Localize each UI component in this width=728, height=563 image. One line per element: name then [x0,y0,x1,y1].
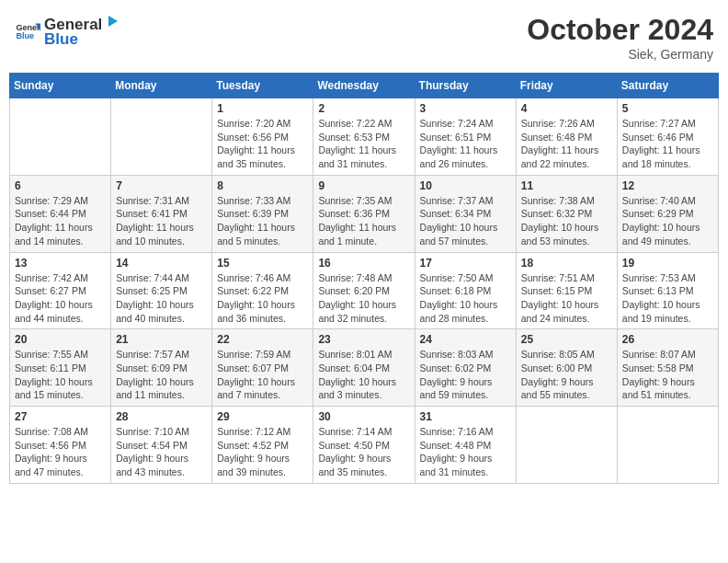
calendar-cell: 23Sunrise: 8:01 AM Sunset: 6:04 PM Dayli… [313,329,415,407]
day-info: Sunrise: 7:29 AM Sunset: 6:44 PM Dayligh… [15,194,106,248]
calendar-cell: 10Sunrise: 7:37 AM Sunset: 6:34 PM Dayli… [415,175,516,252]
weekday-header-row: SundayMondayTuesdayWednesdayThursdayFrid… [10,74,719,98]
calendar-cell: 26Sunrise: 8:07 AM Sunset: 5:58 PM Dayli… [617,329,718,407]
day-info: Sunrise: 7:42 AM Sunset: 6:27 PM Dayligh… [15,271,106,326]
day-number: 28 [116,410,207,423]
calendar-cell: 21Sunrise: 7:57 AM Sunset: 6:09 PM Dayli… [111,329,212,407]
logo: General Blue General Blue [15,13,120,49]
day-info: Sunrise: 7:59 AM Sunset: 6:07 PM Dayligh… [217,348,308,402]
day-info: Sunrise: 7:57 AM Sunset: 6:09 PM Dayligh… [116,348,207,402]
calendar-cell: 3Sunrise: 7:24 AM Sunset: 6:51 PM Daylig… [415,98,516,176]
weekday-header: Tuesday [212,74,313,98]
day-info: Sunrise: 7:53 AM Sunset: 6:13 PM Dayligh… [622,271,713,326]
calendar-week-row: 13Sunrise: 7:42 AM Sunset: 6:27 PM Dayli… [10,252,719,329]
day-info: Sunrise: 8:03 AM Sunset: 6:02 PM Dayligh… [420,348,511,402]
logo-arrow-icon [103,13,119,29]
day-number: 21 [116,333,207,346]
day-info: Sunrise: 7:40 AM Sunset: 6:29 PM Dayligh… [622,194,713,248]
day-number: 6 [15,179,106,192]
day-number: 22 [217,333,308,346]
day-number: 9 [318,179,409,192]
weekday-header: Sunday [10,74,111,98]
day-info: Sunrise: 8:05 AM Sunset: 6:00 PM Dayligh… [521,348,612,402]
weekday-header: Saturday [617,74,718,98]
day-number: 14 [116,257,207,270]
day-number: 8 [217,179,308,192]
calendar-cell: 28Sunrise: 7:10 AM Sunset: 4:54 PM Dayli… [111,407,212,484]
calendar-cell: 11Sunrise: 7:38 AM Sunset: 6:32 PM Dayli… [516,175,617,252]
day-info: Sunrise: 7:48 AM Sunset: 6:20 PM Dayligh… [318,271,409,326]
day-info: Sunrise: 7:33 AM Sunset: 6:39 PM Dayligh… [217,194,308,248]
svg-marker-3 [108,16,118,27]
calendar-cell: 20Sunrise: 7:55 AM Sunset: 6:11 PM Dayli… [10,329,111,407]
weekday-header: Friday [516,74,617,98]
day-info: Sunrise: 7:37 AM Sunset: 6:34 PM Dayligh… [420,194,511,248]
calendar-cell: 7Sunrise: 7:31 AM Sunset: 6:41 PM Daylig… [111,175,212,252]
calendar-cell: 2Sunrise: 7:22 AM Sunset: 6:53 PM Daylig… [313,98,415,176]
day-info: Sunrise: 7:20 AM Sunset: 6:56 PM Dayligh… [217,117,308,171]
calendar-cell: 22Sunrise: 7:59 AM Sunset: 6:07 PM Dayli… [212,329,313,407]
month-title: October 2024 [527,13,713,47]
day-info: Sunrise: 7:31 AM Sunset: 6:41 PM Dayligh… [116,194,207,248]
calendar-week-row: 6Sunrise: 7:29 AM Sunset: 6:44 PM Daylig… [10,175,719,252]
calendar-cell: 17Sunrise: 7:50 AM Sunset: 6:18 PM Dayli… [415,252,516,329]
day-info: Sunrise: 7:12 AM Sunset: 4:52 PM Dayligh… [217,425,308,479]
day-number: 2 [318,102,409,115]
calendar-cell: 24Sunrise: 8:03 AM Sunset: 6:02 PM Dayli… [415,329,516,407]
day-number: 29 [217,410,308,423]
day-number: 7 [116,179,207,192]
day-number: 26 [622,333,713,346]
logo-icon: General Blue [15,18,40,44]
calendar-cell: 16Sunrise: 7:48 AM Sunset: 6:20 PM Dayli… [313,252,415,329]
calendar-cell: 12Sunrise: 7:40 AM Sunset: 6:29 PM Dayli… [617,175,718,252]
day-number: 4 [521,102,612,115]
weekday-header: Monday [111,74,212,98]
calendar-cell [516,407,617,484]
calendar-cell: 30Sunrise: 7:14 AM Sunset: 4:50 PM Dayli… [313,407,415,484]
day-number: 25 [521,333,612,346]
calendar-cell: 31Sunrise: 7:16 AM Sunset: 4:48 PM Dayli… [415,407,516,484]
day-number: 1 [217,102,308,115]
weekday-header: Thursday [415,74,516,98]
day-number: 3 [420,102,511,115]
calendar-week-row: 20Sunrise: 7:55 AM Sunset: 6:11 PM Dayli… [10,329,719,407]
calendar-week-row: 27Sunrise: 7:08 AM Sunset: 4:56 PM Dayli… [10,407,719,484]
calendar-table: SundayMondayTuesdayWednesdayThursdayFrid… [9,73,719,484]
calendar-cell: 29Sunrise: 7:12 AM Sunset: 4:52 PM Dayli… [212,407,313,484]
calendar-cell [10,98,111,176]
calendar-cell: 19Sunrise: 7:53 AM Sunset: 6:13 PM Dayli… [617,252,718,329]
day-number: 27 [15,410,106,423]
weekday-header: Wednesday [313,74,415,98]
svg-text:Blue: Blue [16,31,34,40]
day-info: Sunrise: 7:55 AM Sunset: 6:11 PM Dayligh… [15,348,106,402]
calendar-cell: 6Sunrise: 7:29 AM Sunset: 6:44 PM Daylig… [10,175,111,252]
calendar-cell: 18Sunrise: 7:51 AM Sunset: 6:15 PM Dayli… [516,252,617,329]
location-title: Siek, Germany [527,47,713,62]
day-number: 13 [15,257,106,270]
calendar-cell: 25Sunrise: 8:05 AM Sunset: 6:00 PM Dayli… [516,329,617,407]
day-number: 5 [622,102,713,115]
calendar-cell: 9Sunrise: 7:35 AM Sunset: 6:36 PM Daylig… [313,175,415,252]
day-info: Sunrise: 7:08 AM Sunset: 4:56 PM Dayligh… [15,425,106,479]
day-info: Sunrise: 7:27 AM Sunset: 6:46 PM Dayligh… [622,117,713,171]
day-info: Sunrise: 7:35 AM Sunset: 6:36 PM Dayligh… [318,194,409,248]
day-info: Sunrise: 7:46 AM Sunset: 6:22 PM Dayligh… [217,271,308,326]
day-number: 24 [420,333,511,346]
day-number: 20 [15,333,106,346]
day-number: 23 [318,333,409,346]
title-block: October 2024 Siek, Germany [527,13,713,62]
day-info: Sunrise: 7:14 AM Sunset: 4:50 PM Dayligh… [318,425,409,479]
day-info: Sunrise: 7:51 AM Sunset: 6:15 PM Dayligh… [521,271,612,326]
day-info: Sunrise: 8:07 AM Sunset: 5:58 PM Dayligh… [622,348,713,402]
calendar-cell: 15Sunrise: 7:46 AM Sunset: 6:22 PM Dayli… [212,252,313,329]
day-number: 15 [217,257,308,270]
calendar-cell [111,98,212,176]
calendar-cell: 4Sunrise: 7:26 AM Sunset: 6:48 PM Daylig… [516,98,617,176]
day-number: 19 [622,257,713,270]
day-info: Sunrise: 8:01 AM Sunset: 6:04 PM Dayligh… [318,348,409,402]
day-info: Sunrise: 7:24 AM Sunset: 6:51 PM Dayligh… [420,117,511,171]
calendar-week-row: 1Sunrise: 7:20 AM Sunset: 6:56 PM Daylig… [10,98,719,176]
day-number: 16 [318,257,409,270]
calendar-cell [617,407,718,484]
calendar-cell: 14Sunrise: 7:44 AM Sunset: 6:25 PM Dayli… [111,252,212,329]
